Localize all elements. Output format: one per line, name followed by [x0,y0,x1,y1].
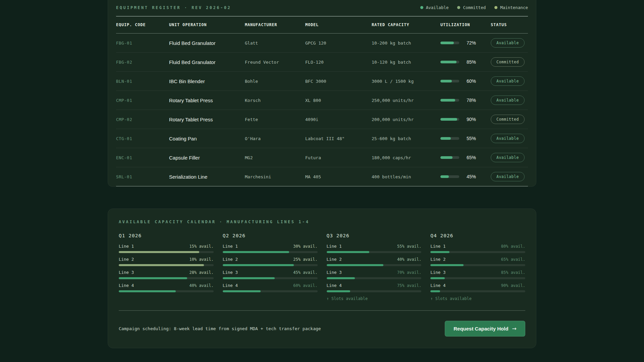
arrow-up-icon: ↑ [430,296,435,301]
utilization-bar [440,61,459,63]
request-capacity-hold-button[interactable]: Request Capacity Hold → [445,321,525,337]
utilization-bar-fill [440,156,452,159]
line-capacity-bar-fill [119,264,204,266]
status-badge: Available [491,172,525,181]
line-head: Line 490% avail. [430,283,525,288]
model: GPCG 120 [305,41,372,46]
model: BFC 3000 [305,79,372,84]
line-avail-percent: 85% avail. [501,270,525,275]
status-badge: Available [491,96,525,105]
line-capacity-bar [223,277,318,279]
utilization-cell: 55% [440,136,491,141]
page-content: EQUIPMENT REGISTER · REV 2026-02 Availab… [108,0,536,348]
unit-operation: Rotary Tablet Press [169,117,245,122]
status-badge: Available [491,134,525,143]
line-name: Line 3 [223,270,238,275]
line-capacity-bar-fill [327,290,351,292]
arrow-right-icon: → [512,325,517,332]
status-badge: Available [491,76,525,86]
line-avail-percent: 80% avail. [501,244,525,249]
line-avail-percent: 28% avail. [190,270,214,275]
utilization-bar [440,99,459,102]
rated-capacity: 250,000 units/hr [372,98,440,103]
line-capacity-bar-fill [223,264,294,266]
line-avail-percent: 30% avail. [293,244,317,249]
line-head: Line 265% avail. [430,257,525,262]
unit-operation: Fluid Bed Granulator [169,59,245,65]
status-legend: AvailableCommittedMaintenance [420,5,528,10]
status-cell: Available [491,134,528,143]
line-capacity-bar [327,251,422,253]
column-header: STATUS [491,22,528,27]
register-title: EQUIPMENT REGISTER · REV 2026-02 [116,5,231,10]
status-cell: Committed [491,115,528,124]
slots-available-label: Slots available [331,296,368,301]
legend-label: Maintenance [500,5,528,10]
line-capacity-bar-fill [430,251,449,253]
utilization-bar-fill [440,137,451,140]
line-capacity-bar [430,264,525,266]
quarter-label: Q1 2026 [119,233,214,238]
line-name: Line 4 [119,283,134,288]
line-name: Line 2 [327,257,342,262]
unit-operation: Rotary Tablet Press [169,98,245,103]
model: XL 800 [305,98,372,103]
model: FLO-120 [305,60,372,65]
utilization-bar [440,137,459,140]
table-row: CTG-01Coating PanO'HaraLabcoat III 48"25… [116,129,528,148]
line-avail-percent: 25% avail. [293,257,317,262]
model: MA 405 [305,174,372,179]
table-row: CMP-01Rotary Tablet PressKorschXL 800250… [116,91,528,110]
line-avail-percent: 55% avail. [397,244,421,249]
line-capacity-bar-fill [223,251,289,253]
line-name: Line 4 [223,283,238,288]
utilization-bar-fill [440,99,455,102]
column-header: MODEL [305,22,372,27]
arrow-up-icon: ↑ [327,296,331,301]
rated-capacity: 10-200 kg batch [372,41,440,46]
quarter-q2-2026: Q2 2026Line 130% avail.Line 225% avail.L… [223,233,318,301]
unit-operation: Serialization Line [169,174,245,180]
line-head: Line 328% avail. [119,270,214,275]
rated-capacity: 180,000 caps/hr [372,155,440,160]
utilization-percent: 55% [467,136,476,141]
line-name: Line 4 [430,283,445,288]
table-row: FBG-02Fluid Bed GranulatorFreund VectorF… [116,53,528,72]
quarter-label: Q2 2026 [223,233,318,238]
utilization-percent: 78% [467,98,476,103]
slots-available-note: ↑ Slots available [430,296,525,301]
cta-label: Request Capacity Hold [453,326,508,331]
manufacturer: Fette [245,117,305,122]
utilization-cell: 90% [440,117,491,122]
quarter-q1-2026: Q1 2026Line 115% avail.Line 210% avail.L… [119,233,214,301]
line-name: Line 1 [119,244,134,249]
line-avail-percent: 40% avail. [397,257,421,262]
status-badge: Available [491,38,525,48]
line-capacity-row: Line 210% avail. [119,257,214,266]
column-header: UTILIZATION [440,22,491,27]
quarter-label: Q3 2026 [327,233,422,238]
line-name: Line 2 [119,257,134,262]
line-capacity-bar-fill [223,290,261,292]
line-capacity-bar-fill [430,264,464,266]
line-head: Line 225% avail. [223,257,318,262]
line-capacity-row: Line 240% avail. [327,257,422,266]
model: Labcoat III 48" [305,136,372,141]
utilization-bar [440,42,459,44]
equipment-code: FBG-02 [116,60,169,65]
manufacturer: Glatt [245,41,305,46]
status-cell: Available [491,153,528,162]
quarter-label: Q4 2026 [430,233,525,238]
quarter-q4-2026: Q4 2026Line 180% avail.Line 265% avail.L… [430,233,525,301]
utilization-percent: 60% [467,78,476,84]
utilization-bar [440,80,459,82]
utilization-bar [440,156,459,159]
rated-capacity: 200,000 units/hr [372,117,440,122]
line-capacity-bar [119,290,214,292]
line-capacity-bar [119,264,214,266]
equipment-code: CMP-01 [116,98,169,103]
line-capacity-row: Line 345% avail. [223,270,318,279]
column-header: UNIT OPERATION [169,22,245,27]
unit-operation: Capsule Filler [169,155,245,161]
line-name: Line 1 [327,244,342,249]
